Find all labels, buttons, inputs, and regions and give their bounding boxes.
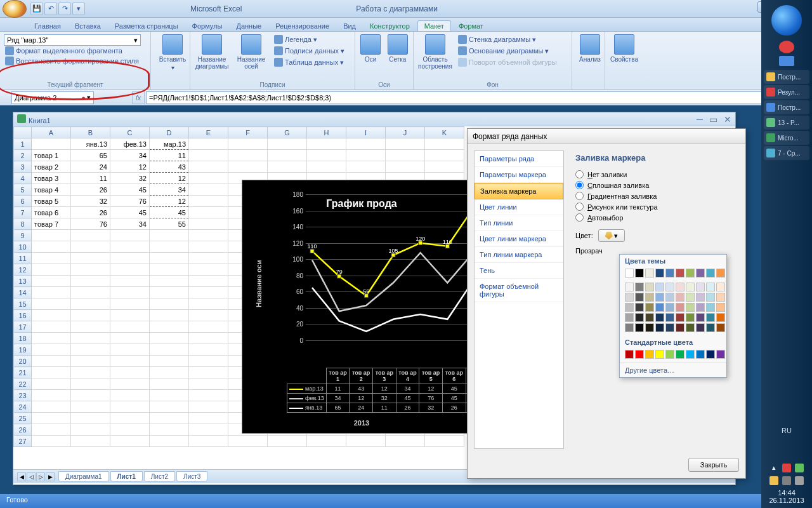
color-swatch[interactable] — [676, 269, 684, 277]
formula-bar[interactable] — [146, 91, 801, 104]
wb-restore[interactable]: ▭ — [709, 114, 717, 124]
color-swatch[interactable] — [635, 323, 644, 332]
dialog-nav-item[interactable]: Параметры маркера — [475, 167, 563, 183]
qat-custom[interactable]: ▾ — [72, 3, 85, 15]
taskbar-item[interactable]: Micro... — [764, 131, 809, 145]
row-header[interactable]: 15 — [14, 298, 32, 310]
color-swatch[interactable] — [696, 303, 705, 312]
clock-date[interactable]: 26.11.2013 — [761, 497, 812, 504]
color-swatch[interactable] — [625, 323, 634, 332]
qat-undo[interactable]: ↶ — [44, 3, 57, 15]
taskbar-item[interactable]: 7 - Ср... — [764, 146, 809, 160]
wb-minimize[interactable]: ─ — [697, 114, 703, 124]
color-swatch[interactable] — [625, 313, 634, 322]
color-swatch[interactable] — [686, 293, 695, 302]
column-header[interactable]: J — [386, 127, 425, 138]
sheet-tab[interactable]: Лист2 — [144, 471, 175, 482]
dialog-nav-item[interactable]: Тип линии — [475, 215, 563, 231]
office-button[interactable] — [3, 0, 27, 18]
tray-volume-icon[interactable] — [782, 476, 791, 485]
color-swatch[interactable] — [716, 303, 725, 312]
color-swatch[interactable] — [645, 323, 654, 332]
color-swatch[interactable] — [655, 323, 664, 332]
column-header[interactable]: I — [346, 127, 386, 138]
dialog-nav-item[interactable]: Цвет линии маркера — [475, 231, 563, 247]
analysis-btn[interactable]: Анализ — [576, 34, 604, 63]
row-header[interactable]: 11 — [14, 253, 32, 264]
column-header[interactable]: G — [268, 127, 307, 138]
color-swatch[interactable] — [635, 350, 644, 359]
color-swatch[interactable] — [676, 313, 684, 322]
color-swatch[interactable] — [676, 303, 684, 312]
color-swatch[interactable] — [625, 269, 634, 277]
tray-up-icon[interactable]: ▴ — [769, 464, 778, 472]
color-swatch[interactable] — [665, 293, 674, 302]
gridlines-btn[interactable]: Сетка — [386, 34, 410, 63]
chart-title-btn[interactable]: Название диаграммы — [194, 34, 230, 70]
dialog-nav-item[interactable]: Параметры ряда — [475, 151, 563, 167]
chart-wall[interactable]: Стенка диаграммы ▾ — [457, 34, 558, 44]
tray-icon[interactable] — [795, 464, 804, 472]
color-swatch[interactable] — [706, 323, 715, 332]
tray-icon[interactable] — [782, 464, 791, 472]
tray-icon[interactable] — [769, 476, 778, 485]
color-swatch[interactable] — [716, 293, 725, 302]
color-swatch[interactable] — [655, 313, 664, 322]
tab-review[interactable]: Рецензирование — [269, 21, 336, 31]
axes-btn[interactable]: Оси — [359, 34, 383, 63]
tab-insert[interactable]: Вставка — [69, 21, 107, 31]
row-header[interactable]: 22 — [14, 378, 32, 390]
color-swatch[interactable] — [716, 313, 725, 322]
color-swatch[interactable] — [716, 350, 725, 359]
fill-radio[interactable]: Автовыбор — [575, 212, 734, 223]
clock-time[interactable]: 14:44 — [761, 489, 812, 497]
color-swatch[interactable] — [655, 269, 664, 277]
row-header[interactable]: 4 — [14, 173, 32, 184]
sheet-tab[interactable]: Лист3 — [176, 471, 207, 482]
color-swatch[interactable] — [645, 269, 654, 277]
row-header[interactable]: 10 — [14, 241, 32, 253]
color-swatch[interactable] — [625, 283, 634, 291]
color-swatch[interactable] — [686, 303, 695, 312]
row-header[interactable]: 7 — [14, 207, 32, 218]
dialog-nav-item[interactable]: Цвет линии — [475, 199, 563, 215]
row-header[interactable]: 1 — [14, 138, 32, 150]
color-swatch[interactable] — [635, 283, 644, 291]
qat-save[interactable]: 💾 — [30, 3, 43, 15]
taskbar-item[interactable]: 13 - P... — [764, 116, 809, 130]
color-swatch[interactable] — [676, 350, 684, 359]
embedded-chart[interactable]: График прода Название оси 02040608010012… — [242, 180, 481, 434]
color-swatch[interactable] — [696, 293, 705, 302]
color-swatch[interactable] — [676, 323, 684, 332]
fill-radio[interactable]: Сплошная заливка — [575, 180, 734, 190]
legend-btn[interactable]: Легенда ▾ — [273, 34, 346, 44]
color-swatch[interactable] — [645, 283, 654, 291]
fill-radio[interactable]: Градиентная заливка — [575, 190, 734, 201]
color-swatch[interactable] — [635, 269, 644, 277]
tab-pagelayout[interactable]: Разметка страницы — [108, 21, 185, 31]
row-header[interactable]: 13 — [14, 276, 32, 287]
color-swatch[interactable] — [706, 269, 715, 277]
color-dropdown[interactable]: ▾ — [598, 229, 625, 242]
fill-radio[interactable]: Нет заливки — [575, 169, 734, 180]
fx-button[interactable]: fx — [132, 91, 145, 104]
row-header[interactable]: 14 — [14, 287, 32, 298]
row-header[interactable]: 9 — [14, 230, 32, 241]
start-button[interactable] — [771, 5, 802, 36]
color-swatch[interactable] — [716, 269, 725, 277]
color-swatch[interactable] — [706, 303, 715, 312]
tab-home[interactable]: Главная — [28, 21, 67, 31]
color-swatch[interactable] — [645, 313, 654, 322]
dialog-close-button[interactable]: Закрыть — [688, 458, 739, 472]
color-swatch[interactable] — [716, 323, 725, 332]
color-swatch[interactable] — [635, 303, 644, 312]
color-swatch[interactable] — [696, 283, 705, 291]
color-swatch[interactable] — [655, 303, 664, 312]
row-header[interactable]: 25 — [14, 413, 32, 424]
color-swatch[interactable] — [706, 293, 715, 302]
pinned-app-icon[interactable] — [779, 56, 794, 66]
insert-shapes[interactable]: Вставить▾ — [155, 34, 190, 71]
sheet-tab[interactable]: Диаграмма1 — [58, 471, 109, 482]
column-header[interactable]: D — [150, 127, 189, 138]
color-swatch[interactable] — [635, 313, 644, 322]
